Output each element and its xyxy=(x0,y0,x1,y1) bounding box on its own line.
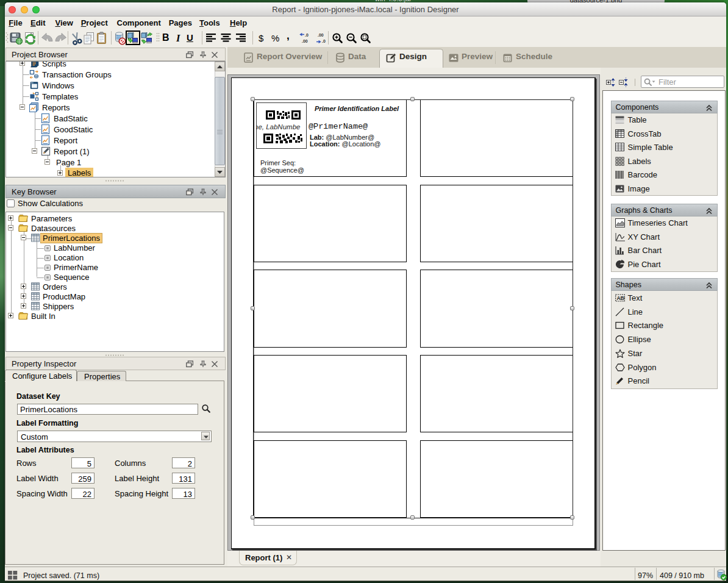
svg-text:.0: .0 xyxy=(305,33,309,37)
svg-text:.00: .00 xyxy=(302,39,308,43)
svg-text:.00: .00 xyxy=(318,33,324,37)
svg-text:.0: .0 xyxy=(322,39,326,43)
svg-text:ABC: ABC xyxy=(616,295,625,301)
